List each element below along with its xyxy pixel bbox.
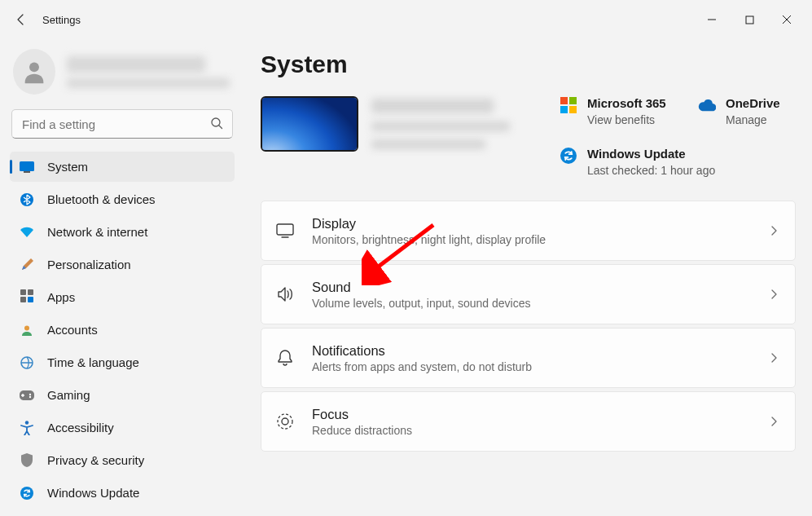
card-sub: Volume levels, output, input, sound devi…: [312, 297, 753, 310]
page-title: System: [261, 51, 796, 78]
nav-label: Bluetooth & devices: [47, 192, 156, 206]
close-icon: [782, 15, 792, 24]
nav-system[interactable]: System: [10, 152, 235, 182]
promo-grid: Microsoft 365 View benefits OneDrive Man…: [560, 96, 796, 178]
nav-accounts[interactable]: Accounts: [10, 315, 235, 345]
svg-point-2: [212, 118, 220, 126]
gamepad-icon: [20, 388, 34, 403]
card-title: Notifications: [312, 343, 753, 359]
svg-rect-0: [746, 16, 753, 24]
nav-accessibility[interactable]: Accessibility: [10, 412, 235, 443]
svg-rect-7: [28, 289, 33, 295]
card-notifications[interactable]: Notifications Alerts from apps and syste…: [261, 328, 796, 388]
avatar: [13, 49, 55, 95]
maximize-icon: [745, 15, 754, 24]
user-text-redacted: [67, 56, 230, 88]
svg-point-12: [29, 393, 31, 395]
nav-apps[interactable]: Apps: [10, 282, 235, 312]
nav-personalization[interactable]: Personalization: [10, 249, 235, 280]
system-icon: [20, 160, 34, 174]
search-input[interactable]: [11, 109, 233, 139]
chevron-right-icon: [769, 353, 779, 363]
nav-label: Time & language: [47, 355, 139, 369]
microsoft-365-icon: [560, 96, 577, 114]
nav-bluetooth[interactable]: Bluetooth & devices: [10, 184, 235, 214]
sidebar-nav: System Bluetooth & devices Network & int…: [10, 152, 235, 508]
apps-icon: [20, 290, 34, 305]
nav-gaming[interactable]: Gaming: [10, 380, 235, 410]
shield-icon: [20, 453, 34, 468]
svg-point-19: [282, 418, 288, 425]
update-sync-icon: [20, 486, 34, 501]
card-sub: Alerts from apps and system, do not dist…: [312, 360, 753, 373]
promo-onedrive[interactable]: OneDrive Manage: [698, 96, 796, 127]
promo-sub: View benefits: [587, 112, 666, 127]
svg-rect-3: [20, 161, 34, 171]
chevron-right-icon: [769, 417, 779, 426]
svg-point-10: [24, 325, 29, 330]
nav-label: Network & internet: [47, 225, 147, 239]
promo-title: Microsoft 365: [587, 96, 666, 111]
minimize-icon: [707, 15, 717, 24]
minimize-button[interactable]: [693, 7, 731, 33]
nav-label: Personalization: [47, 258, 131, 271]
card-sound[interactable]: Sound Volume levels, output, input, soun…: [261, 264, 796, 324]
svg-point-13: [29, 395, 31, 397]
promo-ms365[interactable]: Microsoft 365 View benefits: [560, 96, 690, 127]
globe-clock-icon: [20, 355, 34, 370]
card-title: Sound: [312, 280, 753, 295]
nav-label: Accessibility: [47, 421, 114, 434]
promo-sub: Manage: [726, 112, 780, 127]
nav-time-language[interactable]: Time & language: [10, 347, 235, 377]
svg-rect-8: [20, 297, 26, 302]
wallpaper-thumb: [262, 98, 357, 150]
nav-windows-update[interactable]: Windows Update: [10, 478, 235, 508]
promo-title: Windows Update: [587, 147, 715, 161]
chevron-right-icon: [769, 226, 779, 236]
promo-title: OneDrive: [726, 96, 780, 111]
card-sub: Monitors, brightness, night light, displ…: [312, 233, 753, 246]
svg-point-16: [560, 148, 577, 164]
titlebar: Settings: [0, 0, 812, 39]
nav-label: Apps: [47, 290, 75, 304]
accounts-icon: [20, 323, 34, 337]
person-icon: [20, 58, 48, 86]
search-wrap: [10, 109, 235, 139]
display-icon: [274, 220, 296, 241]
card-title: Display: [312, 216, 753, 232]
onedrive-icon: [698, 96, 716, 114]
svg-point-14: [25, 421, 29, 424]
bluetooth-icon: [20, 192, 34, 207]
bell-icon: [274, 347, 296, 368]
chevron-right-icon: [769, 289, 779, 299]
nav-privacy[interactable]: Privacy & security: [10, 445, 235, 475]
display-preview[interactable]: [261, 96, 358, 152]
nav-label: System: [47, 160, 88, 174]
close-button[interactable]: [768, 7, 805, 33]
card-sub: Reduce distractions: [312, 424, 753, 437]
card-title: Focus: [312, 407, 753, 422]
card-display[interactable]: Display Monitors, brightness, night ligh…: [261, 201, 796, 261]
user-block[interactable]: [10, 46, 235, 109]
settings-card-list: Display Monitors, brightness, night ligh…: [261, 201, 796, 452]
nav-label: Accounts: [47, 323, 98, 337]
update-sync-icon: [560, 147, 577, 165]
svg-point-15: [20, 487, 33, 500]
content: System Microsoft 365 View benefits: [244, 39, 812, 516]
device-info-row: Microsoft 365 View benefits OneDrive Man…: [261, 96, 796, 178]
maximize-button[interactable]: [731, 7, 768, 33]
sidebar: System Bluetooth & devices Network & int…: [0, 39, 244, 516]
focus-icon: [274, 411, 296, 432]
promo-windows-update[interactable]: Windows Update Last checked: 1 hour ago: [560, 147, 796, 178]
nav-label: Gaming: [47, 388, 90, 402]
promo-sub: Last checked: 1 hour ago: [587, 163, 715, 178]
svg-rect-17: [277, 224, 293, 235]
search-icon: [210, 117, 223, 130]
device-name-redacted: [371, 96, 521, 152]
card-focus[interactable]: Focus Reduce distractions: [261, 391, 796, 452]
nav-network[interactable]: Network & internet: [10, 217, 235, 247]
svg-point-1: [29, 62, 39, 72]
back-button[interactable]: [7, 5, 36, 34]
accessibility-icon: [20, 421, 34, 435]
nav-label: Windows Update: [47, 486, 139, 500]
